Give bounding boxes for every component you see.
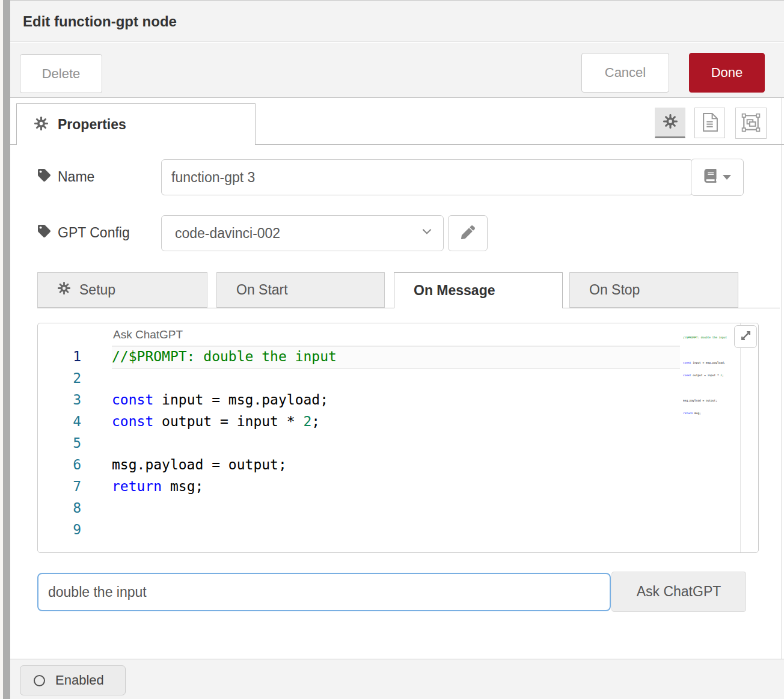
tab-on-start[interactable]: On Start (216, 272, 385, 308)
prompt-input[interactable] (37, 573, 611, 611)
gear-icon (663, 114, 678, 131)
line-number: 9 (38, 519, 81, 540)
node-description-button[interactable] (694, 108, 725, 138)
gpt-config-selected-value: code-davinci-002 (175, 225, 420, 242)
code-line-7[interactable]: 7 return msg; (38, 475, 735, 497)
tab-on-start-label: On Start (236, 282, 288, 298)
tag-icon (38, 225, 51, 241)
caret-down-icon (723, 175, 731, 180)
code-line-5[interactable]: 5 (38, 432, 735, 454)
page-title: Edit function-gpt node (23, 1, 177, 42)
tab-setup-label: Setup (79, 282, 115, 298)
cancel-button[interactable]: Cancel (581, 53, 669, 93)
edit-config-button[interactable] (448, 215, 488, 251)
tray-toolbar: Delete Cancel Done (10, 43, 784, 98)
gpt-config-label-text: GPT Config (58, 225, 130, 241)
delete-button[interactable]: Delete (20, 54, 102, 93)
tab-on-stop[interactable]: On Stop (569, 272, 738, 308)
tab-setup[interactable]: Setup (37, 272, 207, 308)
editor-minimap[interactable]: //$PROMPT: double the input const input … (683, 327, 731, 424)
circle-icon (34, 675, 45, 686)
code-line-3[interactable]: 3 const input = msg.payload; (38, 389, 735, 411)
node-settings-button[interactable] (655, 108, 685, 138)
tray-footer: Enabled (10, 659, 784, 699)
tray-header: Edit function-gpt node (10, 0, 784, 42)
enabled-label: Enabled (55, 673, 104, 688)
tray-resize-handle[interactable] (3, 0, 10, 699)
book-icon (703, 169, 717, 186)
node-appearance-button[interactable] (735, 108, 767, 139)
line-number: 4 (38, 411, 81, 432)
tab-on-stop-label: On Stop (589, 282, 640, 298)
name-label-text: Name (58, 169, 94, 185)
tab-properties[interactable]: Properties (16, 103, 256, 145)
line-number: 6 (38, 454, 81, 475)
enabled-toggle-button[interactable]: Enabled (20, 665, 126, 695)
done-button[interactable]: Done (689, 53, 765, 93)
line-number: 5 (38, 432, 81, 454)
tab-on-message[interactable]: On Message (394, 272, 563, 308)
appearance-icon (741, 113, 761, 134)
gpt-config-field-label: GPT Config (38, 225, 130, 241)
code-line-9[interactable]: 9 (38, 519, 735, 540)
name-expander-button[interactable] (691, 159, 744, 196)
chevron-down-icon (420, 225, 433, 242)
edit-node-tray: Edit function-gpt node Delete Cancel Don… (0, 0, 784, 699)
code-line-2[interactable]: 2 (38, 367, 735, 389)
code-line-4[interactable]: 4 const output = input * 2; (38, 411, 735, 432)
line-number: 1 (38, 346, 81, 367)
editor-scrollbar-track[interactable] (740, 323, 741, 552)
expand-icon (739, 329, 753, 344)
code-line-8[interactable]: 8 (38, 497, 735, 519)
code-editor[interactable]: Ask ChatGPT 1 //$PROMPT: double the inpu… (37, 323, 759, 553)
gpt-config-select[interactable]: code-davinci-002 (161, 215, 444, 251)
dialog-right-edge (781, 98, 782, 659)
pencil-icon (461, 225, 475, 241)
codelens-ask-chatgpt[interactable]: Ask ChatGPT (113, 328, 183, 341)
line-number: 3 (38, 389, 81, 411)
ask-chatgpt-button[interactable]: Ask ChatGPT (611, 572, 746, 612)
line-number: 2 (38, 367, 81, 389)
tab-on-message-label: On Message (414, 282, 495, 299)
gear-icon (34, 116, 49, 133)
name-input[interactable] (161, 159, 693, 195)
tag-icon (38, 169, 51, 185)
line-number: 8 (38, 497, 81, 519)
line-number: 7 (38, 475, 81, 497)
gear-icon (57, 281, 71, 299)
document-icon (702, 113, 718, 133)
code-line-6[interactable]: 6 msg.payload = output; (38, 454, 735, 475)
expand-editor-button[interactable] (734, 325, 757, 348)
name-field-label: Name (38, 169, 94, 185)
properties-tab-label: Properties (58, 117, 126, 133)
code-line-1[interactable]: 1 //$PROMPT: double the input (38, 346, 735, 367)
